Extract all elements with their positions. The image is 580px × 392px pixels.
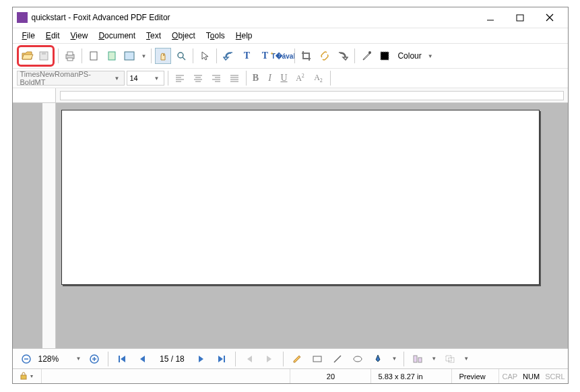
edit-text-button[interactable]: T	[238, 48, 255, 64]
nav-back-button[interactable]	[241, 351, 257, 367]
save-button[interactable]	[36, 48, 52, 64]
separator	[108, 352, 108, 366]
ellipse-tool-button[interactable]	[350, 351, 366, 367]
font-size: 14	[130, 74, 138, 82]
text-link-icon: T�ával	[271, 53, 296, 60]
underline-button[interactable]: U	[278, 70, 290, 86]
svg-rect-37	[119, 356, 120, 362]
horizontal-ruler[interactable]	[56, 88, 568, 102]
format-toolbar: TimesNewRomanPS-BoldMT▼ 14▼ B I U A2 A2	[13, 69, 568, 88]
chevron-down-icon[interactable]: ▼	[75, 356, 83, 362]
align-justify-button[interactable]	[226, 70, 243, 86]
first-page-button[interactable]	[114, 351, 130, 367]
text-plus-icon: T+	[259, 51, 271, 61]
separator	[404, 352, 404, 366]
link-button[interactable]	[317, 48, 333, 64]
statusbar: ▾ 20 5.83 x 8.27 in Preview CAP NUM SCRL	[13, 368, 568, 383]
separator	[216, 48, 217, 63]
maximize-button[interactable]	[511, 11, 529, 24]
page-fit-button[interactable]	[104, 48, 120, 64]
align-center-button[interactable]	[190, 70, 206, 86]
eyedropper-button[interactable]	[358, 48, 375, 64]
page-width-button[interactable]	[122, 48, 138, 64]
separator	[82, 48, 82, 63]
page[interactable]	[61, 110, 540, 285]
font-select[interactable]: TimesNewRomanPS-BoldMT▼	[17, 71, 125, 86]
zoom-in-button[interactable]	[86, 351, 102, 367]
link-text-button[interactable]: T�ával	[275, 48, 291, 64]
undo-button[interactable]	[220, 48, 236, 64]
menu-view[interactable]: View	[67, 30, 92, 42]
status-scrl: SCRL	[542, 369, 567, 383]
ruler-row	[13, 88, 568, 103]
svg-line-40	[334, 356, 341, 362]
vertical-ruler[interactable]	[42, 103, 56, 348]
align-left-button[interactable]	[172, 70, 188, 86]
menu-document[interactable]: Document	[94, 30, 139, 42]
print-button[interactable]	[62, 48, 78, 64]
font-size-select[interactable]: 14▼	[127, 71, 164, 86]
group-tool-button[interactable]	[442, 351, 458, 367]
ruler-corner	[13, 88, 56, 102]
page-indicator[interactable]: 15 / 18	[154, 354, 189, 364]
chevron-down-icon[interactable]: ▼	[390, 356, 398, 362]
svg-rect-43	[418, 358, 422, 362]
status-col: 20	[290, 369, 371, 383]
svg-rect-7	[67, 52, 73, 55]
superscript-button[interactable]: A2	[292, 70, 309, 86]
zoom-out-button[interactable]	[18, 351, 34, 367]
svg-rect-46	[21, 375, 26, 379]
select-tool-button[interactable]	[197, 48, 213, 64]
pen-tool-button[interactable]	[370, 351, 386, 367]
zoom-tool-button[interactable]	[173, 48, 189, 64]
add-text-button[interactable]: T+	[257, 48, 273, 64]
menu-help[interactable]: Help	[232, 30, 257, 42]
line-tool-button[interactable]	[329, 351, 346, 367]
status-size: 5.83 x 8.27 in	[371, 369, 452, 383]
separator	[246, 71, 247, 86]
colour-swatch-button[interactable]	[377, 48, 393, 64]
close-button[interactable]	[541, 11, 558, 24]
separator	[58, 48, 59, 63]
italic-button[interactable]: I	[264, 70, 276, 86]
nav-forward-button[interactable]	[261, 351, 278, 367]
separator	[294, 48, 295, 63]
redo-button[interactable]	[335, 48, 351, 64]
rect-tool-button[interactable]	[309, 351, 325, 367]
lock-status[interactable]: ▾	[13, 369, 42, 383]
page-actual-button[interactable]	[86, 48, 102, 64]
svg-point-14	[368, 51, 371, 54]
next-page-button[interactable]	[193, 351, 210, 367]
pencil-tool-button[interactable]	[289, 351, 305, 367]
svg-rect-39	[313, 356, 321, 362]
align-right-button[interactable]	[208, 70, 224, 86]
svg-point-41	[354, 356, 362, 362]
last-page-button[interactable]	[214, 351, 230, 367]
menu-edit[interactable]: Edit	[42, 30, 64, 42]
chevron-down-icon[interactable]: ▼	[430, 356, 438, 362]
text-icon: T	[240, 51, 253, 61]
crop-button[interactable]	[298, 48, 315, 64]
zoom-level[interactable]: 128%	[38, 354, 71, 364]
align-tool-button[interactable]	[410, 351, 426, 367]
status-num: NUM	[520, 369, 542, 383]
chevron-down-icon[interactable]: ▼	[426, 53, 434, 59]
open-button[interactable]	[20, 48, 36, 64]
minimize-button[interactable]	[482, 11, 499, 24]
svg-rect-10	[108, 52, 115, 60]
menu-text[interactable]: Text	[142, 30, 165, 42]
app-icon	[17, 12, 28, 23]
chevron-down-icon[interactable]: ▼	[462, 356, 470, 362]
prev-page-button[interactable]	[134, 351, 150, 367]
hand-tool-button[interactable]	[155, 48, 171, 64]
menu-object[interactable]: Object	[168, 30, 199, 42]
svg-rect-8	[67, 58, 73, 61]
canvas[interactable]	[56, 103, 568, 348]
chevron-down-icon[interactable]: ▼	[140, 53, 148, 59]
subscript-button[interactable]: A2	[311, 70, 327, 86]
menu-file[interactable]: File	[18, 30, 39, 42]
app-window: quickstart - Foxit Advanced PDF Editor F…	[12, 7, 569, 384]
bold-button[interactable]: B	[250, 70, 262, 86]
menu-tools[interactable]: Tools	[202, 30, 229, 42]
menubar: File Edit View Document Text Object Tool…	[13, 28, 568, 43]
